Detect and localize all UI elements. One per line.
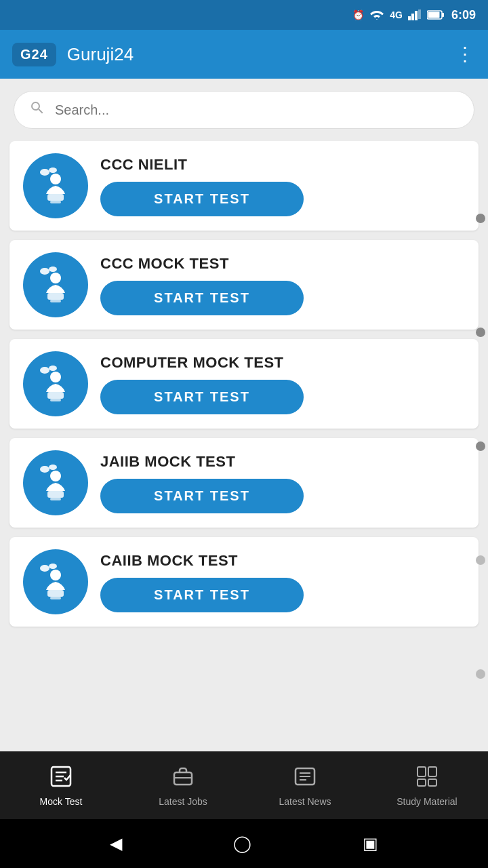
back-button[interactable]: ◀: [110, 834, 122, 853]
mock-test-icon: [49, 764, 73, 792]
svg-rect-0: [408, 16, 411, 20]
signal-icon: [408, 9, 422, 20]
svg-rect-1: [411, 14, 414, 20]
test-name-4: JAIIB MOCK TEST: [100, 453, 465, 471]
svg-point-24: [50, 471, 61, 481]
svg-rect-11: [50, 201, 61, 203]
nav-item-mock-test[interactable]: Mock Test: [0, 751, 122, 819]
svg-point-22: [40, 466, 49, 473]
svg-point-8: [49, 167, 57, 173]
scroll-dot-3: [476, 441, 485, 451]
svg-rect-20: [47, 392, 64, 399]
svg-point-7: [40, 169, 49, 176]
test-card-2: CCC MOCK TEST START TEST: [9, 240, 479, 330]
test-card-4: JAIIB MOCK TEST START TEST: [9, 438, 479, 528]
test-card-3: COMPUTER MOCK TEST START TEST: [9, 339, 479, 429]
test-info-1: CCC NIELIT START TEST: [100, 156, 465, 216]
svg-point-27: [40, 565, 49, 572]
nav-item-latest-jobs[interactable]: Latest Jobs: [122, 751, 244, 819]
svg-rect-21: [50, 399, 61, 401]
start-test-button-5[interactable]: START TEST: [100, 578, 304, 612]
test-name-3: COMPUTER MOCK TEST: [100, 354, 465, 372]
recents-button[interactable]: ▣: [363, 834, 378, 853]
status-bar: ⏰ 4G 6:09: [0, 0, 488, 30]
test-icon-2: [23, 252, 88, 317]
svg-rect-31: [50, 597, 61, 599]
alarm-icon: ⏰: [352, 9, 364, 20]
svg-rect-43: [428, 767, 436, 776]
test-icon-4: [23, 450, 88, 515]
svg-rect-30: [47, 590, 64, 597]
svg-rect-6: [428, 12, 439, 18]
latest-news-icon: [293, 764, 317, 792]
start-test-button-4[interactable]: START TEST: [100, 479, 304, 513]
svg-point-12: [40, 268, 49, 275]
svg-point-28: [49, 564, 57, 569]
svg-rect-26: [50, 498, 61, 500]
menu-button[interactable]: ⋮: [455, 45, 476, 64]
start-test-button-2[interactable]: START TEST: [100, 281, 304, 315]
test-info-3: COMPUTER MOCK TEST START TEST: [100, 354, 465, 414]
bottom-nav: Mock Test Latest Jobs Latest News Study …: [0, 751, 488, 819]
scroll-indicator: [473, 141, 488, 751]
svg-rect-3: [418, 9, 421, 19]
svg-point-29: [50, 570, 61, 580]
study-material-icon: [415, 764, 439, 792]
search-icon: [29, 100, 45, 120]
test-icon-3: [23, 351, 88, 416]
svg-point-9: [50, 174, 61, 184]
scroll-dot-5: [476, 669, 485, 679]
test-icon-1: [23, 153, 88, 218]
test-list: CCC NIELIT START TEST CCC MOCK TEST STAR…: [9, 141, 479, 627]
svg-rect-16: [50, 300, 61, 302]
start-test-button-3[interactable]: START TEST: [100, 380, 304, 414]
svg-point-17: [40, 367, 49, 374]
svg-point-13: [49, 267, 57, 272]
test-name-5: CAIIB MOCK TEST: [100, 552, 465, 570]
test-icon-5: [23, 549, 88, 614]
network-label: 4G: [390, 9, 403, 20]
latest-news-label: Latest News: [279, 796, 331, 807]
test-card-5: CAIIB MOCK TEST START TEST: [9, 537, 479, 627]
test-info-4: JAIIB MOCK TEST START TEST: [100, 453, 465, 513]
svg-point-19: [50, 372, 61, 382]
test-name-2: CCC MOCK TEST: [100, 255, 465, 273]
svg-rect-44: [418, 779, 426, 786]
nav-item-study-material[interactable]: Study Material: [366, 751, 488, 819]
svg-point-18: [49, 366, 57, 371]
home-button[interactable]: ◯: [233, 834, 251, 853]
nav-item-latest-news[interactable]: Latest News: [244, 751, 366, 819]
test-info-2: CCC MOCK TEST START TEST: [100, 255, 465, 315]
svg-rect-25: [47, 491, 64, 498]
latest-jobs-label: Latest Jobs: [159, 796, 207, 807]
search-bar: [14, 91, 474, 129]
scroll-dot-2: [476, 328, 485, 337]
mock-test-label: Mock Test: [40, 796, 83, 807]
start-test-button-1[interactable]: START TEST: [100, 182, 304, 216]
svg-rect-42: [418, 767, 426, 776]
scroll-dot-1: [476, 214, 485, 223]
svg-rect-5: [442, 13, 444, 17]
latest-jobs-icon: [171, 764, 195, 792]
svg-point-23: [49, 465, 57, 470]
test-list-area: CCC NIELIT START TEST CCC MOCK TEST STAR…: [0, 141, 488, 751]
test-info-5: CAIIB MOCK TEST START TEST: [100, 552, 465, 612]
wifi-icon: [369, 9, 384, 22]
study-material-label: Study Material: [396, 796, 457, 807]
system-nav: ◀ ◯ ▣: [0, 819, 488, 868]
battery-icon: [427, 10, 445, 20]
toolbar: G24 Guruji24 ⋮: [0, 30, 488, 79]
svg-point-14: [50, 273, 61, 283]
app-title: Guruji24: [67, 44, 445, 65]
status-time: 6:09: [451, 8, 476, 22]
svg-rect-45: [428, 779, 436, 786]
search-container: [0, 79, 488, 141]
scroll-dot-4: [476, 555, 485, 565]
test-card-1: CCC NIELIT START TEST: [9, 141, 479, 231]
svg-rect-15: [47, 293, 64, 300]
search-input[interactable]: [55, 102, 459, 118]
status-icons: ⏰ 4G: [352, 9, 445, 22]
svg-rect-10: [47, 194, 64, 201]
app-logo: G24: [12, 43, 56, 66]
test-name-1: CCC NIELIT: [100, 156, 465, 174]
